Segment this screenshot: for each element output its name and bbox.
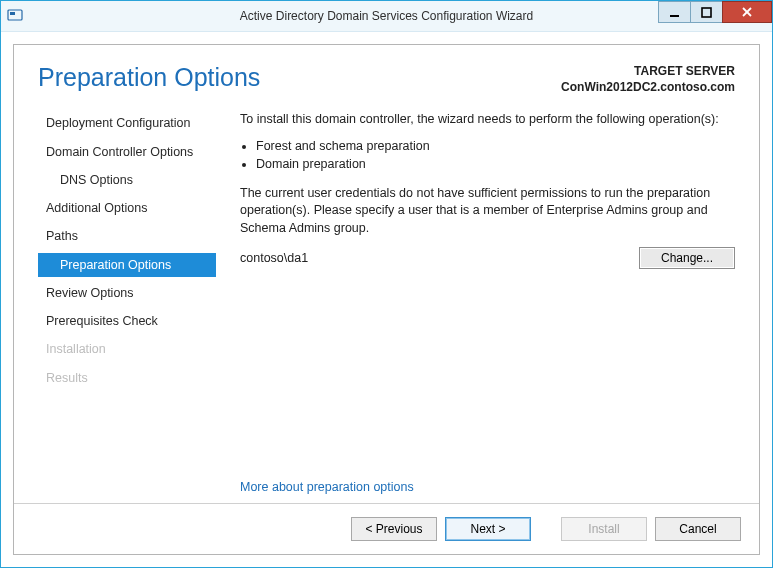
step-review-options[interactable]: Review Options [38,281,216,305]
target-server-label: TARGET SERVER [561,63,735,79]
page-header: Preparation Options TARGET SERVER ConWin… [14,45,759,105]
credential-value: contoso\da1 [240,251,639,265]
svg-rect-1 [10,12,15,15]
target-server-block: TARGET SERVER ConWin2012DC2.contoso.com [561,63,735,95]
wizard-window: Active Directory Domain Services Configu… [0,0,773,568]
svg-rect-2 [670,15,679,17]
operation-item: Forest and schema preparation [256,139,735,153]
previous-button[interactable]: < Previous [351,517,437,541]
target-server-name: ConWin2012DC2.contoso.com [561,79,735,95]
operation-item: Domain preparation [256,157,735,171]
credential-row: contoso\da1 Change... [240,247,735,269]
window-controls [659,1,772,23]
more-about-link[interactable]: More about preparation options [240,480,414,494]
body: Deployment Configuration Domain Controll… [14,105,759,503]
step-domain-controller-options[interactable]: Domain Controller Options [38,140,216,164]
step-paths[interactable]: Paths [38,224,216,248]
cancel-button[interactable]: Cancel [655,517,741,541]
step-results: Results [38,366,216,390]
permissions-text: The current user credentials do not have… [240,185,735,238]
operations-list: Forest and schema preparation Domain pre… [240,139,735,171]
step-installation: Installation [38,337,216,361]
install-button: Install [561,517,647,541]
maximize-button[interactable] [690,1,723,23]
step-dns-options[interactable]: DNS Options [38,168,216,192]
step-preparation-options[interactable]: Preparation Options [38,253,216,277]
main-panel: To install this domain controller, the w… [216,111,735,503]
next-button[interactable]: Next > [445,517,531,541]
page-title: Preparation Options [38,63,260,92]
app-icon [7,8,23,24]
svg-rect-3 [702,8,711,17]
step-additional-options[interactable]: Additional Options [38,196,216,220]
intro-text: To install this domain controller, the w… [240,111,735,129]
steps-sidebar: Deployment Configuration Domain Controll… [38,111,216,503]
step-deployment-configuration[interactable]: Deployment Configuration [38,111,216,135]
step-prerequisites-check[interactable]: Prerequisites Check [38,309,216,333]
content-frame: Preparation Options TARGET SERVER ConWin… [13,44,760,555]
close-button[interactable] [722,1,772,23]
change-credentials-button[interactable]: Change... [639,247,735,269]
minimize-button[interactable] [658,1,691,23]
footer: < Previous Next > Install Cancel [14,503,759,554]
window-title: Active Directory Domain Services Configu… [1,9,772,23]
titlebar: Active Directory Domain Services Configu… [1,1,772,32]
